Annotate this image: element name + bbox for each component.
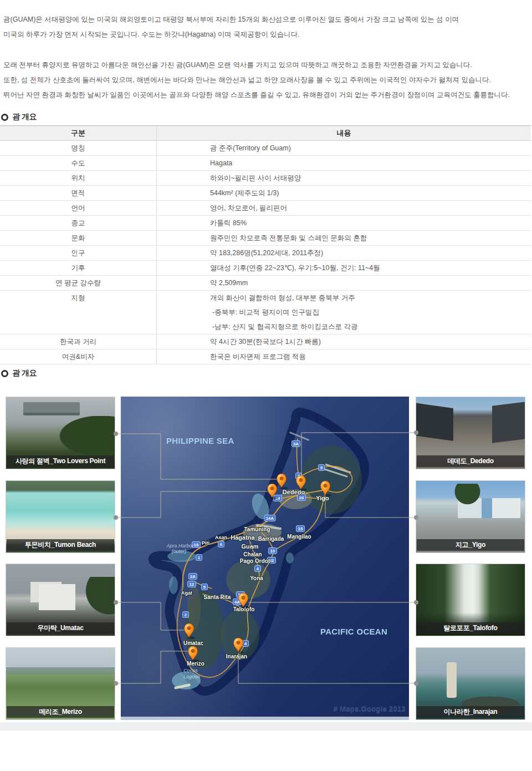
row-value: 약 2,509mm <box>157 276 531 290</box>
guam-satellite-map: 3A93342814A151861103242A1252174A4 Dededo… <box>121 397 409 720</box>
svg-text:18: 18 <box>194 542 199 547</box>
svg-text:14A: 14A <box>266 516 274 521</box>
table-row: 여권&비자한국은 비자면제 프로그램 적용 <box>0 349 531 364</box>
row-label: 문화 <box>0 231 157 245</box>
row-value: Hagata <box>157 156 531 170</box>
table-row: 한국과 거리약 4시간 30분(한국보다 1시간 빠름) <box>0 334 531 349</box>
svg-text:Merizo: Merizo <box>187 661 204 667</box>
row-value: 열대성 기후(연중 22~23℃), 우기:5~10월, 건기: 11~4월 <box>157 261 531 275</box>
row-label: 지형 <box>0 291 157 334</box>
row-label: 기후 <box>0 261 157 275</box>
map-svg: 3A93342814A151861103242A1252174A4 Dededo… <box>121 397 409 720</box>
svg-text:2A: 2A <box>190 574 196 579</box>
row-label: 위치 <box>0 171 157 185</box>
photo-inarajan: 이나라한_Inarajan <box>416 647 525 720</box>
terrain-subline: -중북부: 비교적 평지이며 인구밀집 <box>210 305 531 319</box>
table-row: 면적544km² (제주도의 1/3) <box>0 186 531 201</box>
section-header-map: 괌 개요 <box>1 368 37 378</box>
svg-text:Pago Ordot: Pago Ordot <box>240 558 270 564</box>
svg-text:Talofofo: Talofofo <box>233 606 255 612</box>
intro-line: 미국의 하루가 가장 먼저 시작되는 곳입니다. 수도는 하갓냐(Hagatna… <box>3 27 529 42</box>
section-title: 괌 개요 <box>12 112 37 122</box>
photo-yigo: 지고_Yigo <box>416 480 525 553</box>
photo-caption: 메리조_Merizo <box>7 706 114 718</box>
svg-text:3A: 3A <box>293 442 299 447</box>
intro-text: 괌(GUAM)은 서태평양에 있는 미국의 해외영토이고 태평양 북서부에 자리… <box>3 12 529 103</box>
svg-text:9: 9 <box>320 465 323 470</box>
table-row: 명칭괌 준주(Territory of Guam) <box>0 141 531 156</box>
svg-text:Yona: Yona <box>250 575 263 581</box>
svg-text:Asan: Asan <box>215 535 227 540</box>
row-label: 한국과 거리 <box>0 334 157 349</box>
row-value: 괌 준주(Territory of Guam) <box>157 141 531 155</box>
table-row: 인구약 183,286명(51,202세대, 2011추정) <box>0 246 531 261</box>
photo-merizo: 메리조_Merizo <box>6 647 115 720</box>
row-value: 544km² (제주도의 1/3) <box>157 186 531 200</box>
svg-text:6: 6 <box>220 542 223 547</box>
row-label: 언어 <box>0 201 157 215</box>
row-value: 약 183,286명(51,202세대, 2011추정) <box>157 246 531 260</box>
row-value: 개의 화산이 결합하여 형성, 대부분 중북부 거주 -중북부: 비교적 평지이… <box>157 291 531 334</box>
row-value: 한국은 비자면제 프로그램 적용 <box>157 349 531 364</box>
svg-text:Santa Rita: Santa Rita <box>204 594 231 600</box>
row-label: 여권&비자 <box>0 349 157 364</box>
intro-line: 오래 전부터 휴양지로 유명하고 아름다운 해안선을 가진 괌(GUAM)은 오… <box>3 58 529 73</box>
photo-dededo: 데데도_Dededo <box>416 397 525 469</box>
svg-text:Barrigada: Barrigada <box>258 536 284 542</box>
svg-text:34: 34 <box>275 496 280 501</box>
table-row: 문화원주민인 차모로족 전통문화 및 스페인 문화의 혼합 <box>0 231 531 246</box>
svg-text:Yigo: Yigo <box>316 495 329 501</box>
photo-caption: 데데도_Dededo <box>417 455 524 467</box>
svg-text:Piti: Piti <box>202 540 209 546</box>
bullet-ring-icon <box>1 114 8 121</box>
photo-caption: 사랑의 절벽_Two Lovers Point <box>7 455 114 467</box>
column-header-category: 구분 <box>0 126 157 140</box>
svg-text:Tamuning: Tamuning <box>244 526 270 532</box>
row-value: 하와이~필리핀 사이 서태평양 <box>157 171 531 185</box>
intro-line: 괌(GUAM)은 서태평양에 있는 미국의 해외영토이고 태평양 북서부에 자리… <box>3 12 529 27</box>
row-label: 수도 <box>0 156 157 170</box>
row-value: 원주민인 차모로족 전통문화 및 스페인 문화의 혼합 <box>157 231 531 245</box>
svg-text:Chalan: Chalan <box>243 551 262 557</box>
svg-text:Guam: Guam <box>241 543 258 550</box>
photo-talofofo: 탈로포포_Talofofo <box>416 564 525 636</box>
photo-umatac: 우마탁_Umatac <box>6 564 115 636</box>
row-value: 카톨릭 85% <box>157 216 531 230</box>
svg-text:4: 4 <box>257 566 259 571</box>
intro-line: 뛰어난 자연 환경과 화창한 날씨가 일품인 이곳에서는 골프와 다양한 해양 … <box>3 88 529 103</box>
column-header-content: 내용 <box>157 126 531 140</box>
svg-text:3: 3 <box>298 474 300 479</box>
row-label: 면적 <box>0 186 157 200</box>
svg-text:Dededo: Dededo <box>283 489 305 495</box>
svg-text:4A: 4A <box>234 600 240 605</box>
svg-text:(outer): (outer) <box>172 549 187 554</box>
table-row-terrain: 지형 개의 화산이 결합하여 형성, 대부분 중북부 거주 -중북부: 비교적 … <box>0 291 531 334</box>
section-divider <box>0 722 532 731</box>
svg-text:Mangilao: Mangilao <box>287 534 311 540</box>
svg-text:28: 28 <box>299 495 304 500</box>
table-row: 위치하와이~필리핀 사이 서태평양 <box>0 171 531 186</box>
philippine-sea-label: PHILIPPINE SEA <box>166 436 234 445</box>
photo-tumon-beach: 투몬비치_Tumon Beach <box>6 480 115 553</box>
row-value: 약 4시간 30분(한국보다 1시간 빠름) <box>157 334 531 349</box>
bullet-ring-icon <box>1 370 8 377</box>
photo-caption: 우마탁_Umatac <box>7 622 114 634</box>
svg-text:Cocos: Cocos <box>183 668 198 673</box>
section-title: 괌 개요 <box>12 368 37 378</box>
svg-text:Umatac: Umatac <box>183 640 204 646</box>
terrain-line: 개의 화산이 결합하여 형성, 대부분 중북부 거주 <box>210 291 531 305</box>
row-value: 영어, 차모로어, 필리핀어 <box>157 201 531 215</box>
svg-text:Inarajan: Inarajan <box>226 653 247 660</box>
svg-text:Agat: Agat <box>181 590 192 596</box>
section-header-overview: 괌 개요 <box>1 112 37 122</box>
guam-info-page: 괌(GUAM)은 서태평양에 있는 미국의 해외영토이고 태평양 북서부에 자리… <box>0 0 532 771</box>
map-watermark: # Maps.Google 2013 <box>332 704 406 713</box>
photo-caption: 지고_Yigo <box>417 539 524 551</box>
photo-caption: 투몬비치_Tumon Beach <box>7 539 114 551</box>
intro-line: 또한, 섬 전체가 산호초에 둘러싸여 있으며, 해변에서는 바다와 만나는 해… <box>3 73 529 88</box>
photo-caption: 탈로포포_Talofofo <box>417 622 524 634</box>
table-row: 연 평균 강수량약 2,509mm <box>0 276 531 291</box>
row-label: 인구 <box>0 246 157 260</box>
svg-text:Hagatna: Hagatna <box>231 534 255 541</box>
table-row: 언어영어, 차모로어, 필리핀어 <box>0 201 531 216</box>
